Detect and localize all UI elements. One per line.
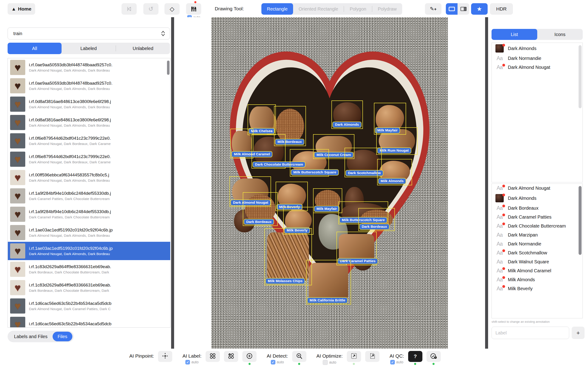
home-button[interactable]: ▲ Home <box>8 3 35 15</box>
label-row-dark-almonds[interactable]: Dark Almonds <box>492 43 582 54</box>
four-circles-check-icon <box>228 352 234 360</box>
annotation-label-tag[interactable]: Milk Rum Nougat <box>377 148 411 154</box>
auto-checkbox[interactable]: ✓auto <box>390 360 403 365</box>
text-label-icon: Aa <box>497 55 502 61</box>
annotation-box[interactable]: Dark Bordeaux <box>358 208 395 231</box>
file-row[interactable]: i.rf.1ae03ac1edf51992c01fd20c92f04c6b.jp… <box>8 242 170 260</box>
expand-arrow-button[interactable] <box>347 351 361 362</box>
page-arrow-button[interactable] <box>365 351 380 362</box>
mode-tab-files[interactable]: Files <box>52 332 72 341</box>
box-style-outline-option[interactable] <box>446 3 458 15</box>
label-row-dark-almonds[interactable]: Dark Almonds <box>492 193 582 204</box>
drawing-tool-tab-polygon[interactable]: Polygon <box>344 3 372 15</box>
label-input[interactable] <box>492 327 569 339</box>
label-row-milk-beverly[interactable]: Aa Milk Beverly <box>492 284 582 293</box>
label-row-milk-almonds[interactable]: Aa Milk Almonds <box>492 275 582 284</box>
file-row[interactable]: i.rf.0d8af3816ae848613ce3800fe6e6f298.j … <box>8 113 170 132</box>
file-row[interactable]: i.rf.1d6cac56ed63c5b22b4b534aca5d5dcb Da… <box>8 297 170 315</box>
skip-to-start-icon <box>126 6 132 12</box>
annotation-box[interactable]: Dark Bordeaux <box>243 192 278 226</box>
label-row-dark-almond-nougat[interactable]: Aa Dark Almond Nougat <box>492 184 582 193</box>
label-row-dark-chocolate-buttercream[interactable]: Aa Dark Chocolate Buttercream <box>492 222 582 231</box>
plus-circle-button[interactable] <box>242 351 257 362</box>
label-row-dark-bordeaux[interactable]: Aa Dark Bordeaux <box>492 204 582 213</box>
file-row[interactable]: i.rf.0f6e879544d62bdf041c23c7999c22e0. D… <box>8 132 170 150</box>
drawing-tool-tab-polydraw[interactable]: Polydraw <box>372 3 402 15</box>
magnifier-plus-button[interactable] <box>292 351 306 362</box>
annotation-label-tag[interactable]: Milk Butterscotch Square <box>291 169 339 175</box>
auto-checkbox[interactable]: auto <box>323 360 336 365</box>
hdr-button[interactable]: HDR <box>490 3 513 15</box>
file-row[interactable]: i.rf.1d6cac56ed63c5b22b4b534aca5d5dcb <box>8 315 170 327</box>
annotation-box[interactable]: Milk Mayfair <box>313 188 342 213</box>
unsaved-changes-dot <box>194 1 196 3</box>
file-row[interactable]: i.rf.1c83d2629a864ff9e83366631eb69eab. D… <box>8 278 170 297</box>
annotation-box[interactable]: Milk Molasses Chips <box>264 228 312 285</box>
file-list-scrollbar[interactable] <box>167 60 170 75</box>
drawing-tool-tab-rectangle[interactable]: Rectangle <box>261 3 293 15</box>
label-row-dark-marzipan[interactable]: Aa Dark Marzipan <box>492 231 582 240</box>
auto-checkbox[interactable]: ✓auto <box>185 360 199 365</box>
annotation-label-tag[interactable]: Dark Almonds <box>332 122 362 128</box>
image-canvas[interactable]: Milk ChelseaMilk BordeauxDark AlmondsMil… <box>171 17 488 349</box>
file-row[interactable]: i.rf.0d8af3816ae848613ce3800fe6e6f298.j … <box>8 95 170 113</box>
label-row-dark-normandie[interactable]: Aa Dark Normandie <box>492 54 582 63</box>
label-row-dark-normandie[interactable]: Aa Dark Normandie <box>492 240 582 248</box>
annotation-label-tag[interactable]: Milk California Brittle <box>307 297 348 303</box>
annotation-box[interactable]: Dark Almonds <box>331 100 363 129</box>
annotation-label-tag[interactable]: Milk Molasses Chips <box>265 278 305 284</box>
undo-button[interactable]: ↺ <box>143 3 158 15</box>
filter-tab-labeled[interactable]: Labeled <box>61 43 115 54</box>
file-row[interactable]: i.rf.1a9f284bf94e10db6c2484def55330db.j … <box>8 205 170 223</box>
label-row-dark-caramel-patties[interactable]: Aa Dark Caramel Patties <box>492 213 582 222</box>
all-labels-scrollbar[interactable] <box>579 186 582 255</box>
add-label-pencil-button[interactable]: ✎+ <box>425 3 441 15</box>
auto-label: auto <box>329 360 336 365</box>
eraser-button[interactable]: ◇ <box>164 3 180 15</box>
annotation-box[interactable]: Dark Scotchmallow <box>345 148 382 177</box>
box-style-filled-option[interactable] <box>458 3 469 15</box>
file-row[interactable]: i.rf.1ae03ac1edf51992c01fd20c92f04c6b.jp… <box>8 223 170 242</box>
file-row[interactable]: i.rf.0ae9aa50593db3bf448748baad9257c0. D… <box>8 58 170 77</box>
file-row[interactable]: i.rf.1c83d2629a864ff9e83366631eb69eab. D… <box>8 260 170 278</box>
annotation-label-tag[interactable]: Dark Bordeaux <box>244 219 274 225</box>
file-name: i.rf.1c83d2629a864ff9e83366631eb69eab. <box>29 264 170 269</box>
annotation-label-tag[interactable]: Dark Bordeaux <box>359 224 389 230</box>
view-tab-icons[interactable]: Icons <box>537 29 583 40</box>
annotation-box[interactable]: Milk Almond Caramel <box>230 129 253 158</box>
view-tab-list[interactable]: List <box>492 29 537 40</box>
image-labels-scrollbar[interactable] <box>579 45 582 108</box>
annotation-box[interactable]: Milk Almonds <box>377 159 412 185</box>
file-row[interactable]: i.rf.0f6e879544d62bdf041c23c7999c22e0. D… <box>8 150 170 168</box>
annotation-box[interactable]: Milk Rum Nougat <box>376 127 418 155</box>
heart-box-thumbnail <box>10 115 25 130</box>
pinpoint-button[interactable] <box>158 351 172 362</box>
annotated-photo[interactable]: Milk ChelseaMilk BordeauxDark AlmondsMil… <box>211 17 448 349</box>
file-row[interactable]: i.rf.00ff596ebbca9f63444583557fc8b0c5.j … <box>8 168 170 187</box>
drawing-tool-tab-oriented-rectangle[interactable]: Oriented Rectangle <box>293 3 344 15</box>
annotation-box[interactable]: Milk Butterscotch Square <box>290 149 329 177</box>
four-circles-button[interactable] <box>206 351 220 362</box>
favorite-button[interactable]: ★ <box>471 3 488 15</box>
annotation-label-tag[interactable]: Milk Mayfair <box>314 206 339 212</box>
label-row-dark-almond-nougat[interactable]: Aa Dark Almond Nougat <box>492 63 582 72</box>
annotation-box[interactable]: Dark Chocolate Buttercream <box>251 134 285 169</box>
check-question-button[interactable]: ? <box>426 351 441 362</box>
question-button[interactable]: ? <box>408 351 422 362</box>
save-button[interactable] <box>186 3 201 15</box>
mode-tab-labels-and-files[interactable]: Labels and Files <box>9 332 52 341</box>
add-label-button[interactable]: + <box>572 327 585 339</box>
label-row-milk-almond-caramel[interactable]: Aa Milk Almond Caramel <box>492 266 582 275</box>
label-row-dark-scotchmallow[interactable]: Aa Dark Scotchmallow <box>492 248 582 257</box>
label-row-dark-walnut-square[interactable]: Aa Dark Walnut Square <box>492 257 582 266</box>
annotation-label-tag[interactable]: Milk Almonds <box>378 178 406 184</box>
filter-tab-all[interactable]: All <box>8 43 61 54</box>
filter-tab-unlabeled[interactable]: Unlabeled <box>116 43 170 54</box>
dataset-select[interactable]: train <box>8 27 170 40</box>
annotation-box[interactable]: Milk California Brittle <box>306 260 351 305</box>
file-row[interactable]: i.rf.1a9f284bf94e10db6c2484def55330db.j … <box>8 187 170 205</box>
auto-checkbox[interactable]: ✓auto <box>271 360 284 365</box>
file-row[interactable]: i.rf.0ae9aa50593db3bf448748baad9257c0. D… <box>8 77 170 95</box>
four-circles-check-button[interactable] <box>224 351 238 362</box>
skip-to-start-button[interactable] <box>121 3 137 15</box>
